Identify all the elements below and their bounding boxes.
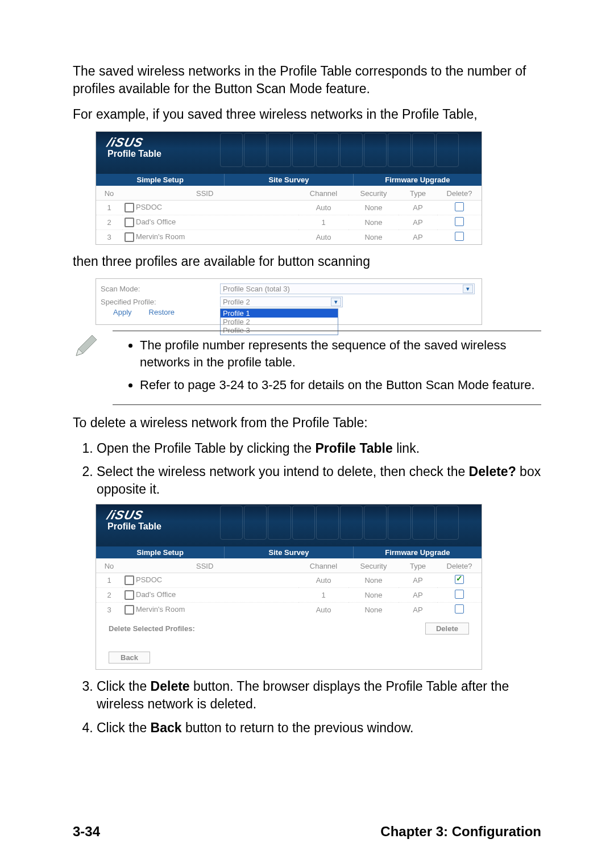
restore-button[interactable]: Restore [149, 308, 175, 316]
profile-table-screenshot-2: /iSUS Profile Table Simple Setup Site Su… [96, 504, 482, 670]
step-4: Click the Back button to return to the p… [97, 719, 541, 737]
col-channel: Channel [298, 558, 349, 573]
tab-site-survey[interactable]: Site Survey [225, 174, 353, 186]
cell-type: AP [399, 230, 437, 245]
cell-ssid: Mervin's Room [136, 605, 185, 614]
col-no: No [96, 186, 122, 201]
table-row[interactable]: 3 Mervin's Room Auto None AP [96, 230, 482, 245]
cell-ssid: Dad's Office [136, 218, 176, 226]
profile-table-screenshot-1: /iSUS Profile Table Simple Setup Site Su… [96, 131, 482, 245]
cell-channel: Auto [298, 603, 349, 617]
cell-channel: Auto [298, 573, 349, 588]
middle-paragraph: then three profiles are available for bu… [73, 253, 541, 270]
cell-type: AP [399, 201, 437, 215]
delete-checkbox[interactable] [455, 217, 464, 226]
cell-channel: Auto [298, 230, 349, 245]
window-title: Profile Table [107, 521, 161, 532]
chevron-down-icon: ▾ [463, 285, 473, 293]
scan-mode-select[interactable]: Profile Scan (total 3) ▾ [220, 283, 475, 294]
col-security: Security [349, 186, 399, 201]
cell-no: 1 [96, 201, 122, 215]
cell-type: AP [399, 588, 437, 603]
delete-checkbox[interactable] [455, 575, 464, 584]
col-no: No [96, 558, 122, 573]
col-ssid: SSID [122, 186, 298, 201]
table-row[interactable]: 2 Dad's Office 1 None AP [96, 215, 482, 230]
specified-profile-select[interactable]: Profile 2 ▾ [220, 297, 343, 307]
step-2: Select the wireless network you intend t… [97, 463, 541, 498]
col-channel: Channel [298, 186, 349, 201]
bookmark-icon [125, 590, 134, 600]
intro-paragraph-2: For example, if you saved three wireless… [73, 106, 541, 123]
delete-checkbox[interactable] [455, 604, 464, 614]
cell-channel: 1 [298, 588, 349, 603]
delete-intro: To delete a wireless network from the Pr… [73, 414, 541, 432]
cell-security: None [349, 215, 399, 230]
brand-logo: /iSUS [106, 508, 164, 523]
cell-no: 3 [96, 603, 122, 617]
cell-security: None [349, 201, 399, 215]
cell-ssid: PSDOC [136, 203, 162, 211]
cell-no: 2 [96, 215, 122, 230]
chevron-down-icon: ▾ [331, 298, 341, 306]
table-row[interactable]: 1 PSDOC Auto None AP [96, 201, 482, 215]
scan-mode-screenshot: Scan Mode: Profile Scan (total 3) ▾ Spec… [96, 278, 482, 325]
tab-simple-setup[interactable]: Simple Setup [96, 546, 225, 558]
delete-checkbox[interactable] [455, 202, 464, 211]
note-item: The profile number represents the sequen… [140, 337, 541, 370]
bookmark-icon [125, 232, 134, 242]
cell-ssid: Dad's Office [136, 590, 176, 599]
cell-security: None [349, 588, 399, 603]
note-pencil-icon [73, 331, 113, 405]
bookmark-icon [125, 575, 134, 585]
col-type: Type [399, 558, 437, 573]
tab-site-survey[interactable]: Site Survey [225, 546, 353, 558]
table-row[interactable]: 3 Mervin's Room Auto None AP [96, 603, 482, 617]
cell-channel: Auto [298, 201, 349, 215]
chapter-title: Chapter 3: Configuration [380, 824, 541, 840]
apply-button[interactable]: Apply [113, 308, 132, 316]
tab-firmware-upgrade[interactable]: Firmware Upgrade [354, 546, 482, 558]
window-title: Profile Table [107, 149, 161, 159]
scan-mode-label: Scan Mode: [101, 285, 214, 293]
back-button[interactable]: Back [109, 652, 150, 663]
cell-security: None [349, 573, 399, 588]
col-type: Type [399, 186, 437, 201]
delete-button[interactable]: Delete [425, 623, 469, 635]
bookmark-icon [125, 218, 134, 227]
step-1: Open the Profile Table by clicking the P… [97, 440, 541, 457]
bookmark-icon [125, 203, 134, 212]
col-ssid: SSID [122, 558, 298, 573]
delete-checkbox[interactable] [455, 232, 464, 241]
delete-checkbox[interactable] [455, 590, 464, 599]
cell-ssid: PSDOC [136, 575, 162, 584]
bookmark-icon [125, 605, 134, 615]
note-item: Refer to page 3-24 to 3-25 for details o… [140, 377, 541, 394]
page-number: 3-34 [73, 824, 100, 840]
cell-no: 2 [96, 588, 122, 603]
col-security: Security [349, 558, 399, 573]
cell-type: AP [399, 215, 437, 230]
cell-type: AP [399, 573, 437, 588]
cell-no: 1 [96, 573, 122, 588]
col-delete: Delete? [437, 558, 482, 573]
specified-profile-label: Specified Profile: [101, 298, 214, 306]
cell-channel: 1 [298, 215, 349, 230]
col-delete: Delete? [437, 186, 482, 201]
tab-firmware-upgrade[interactable]: Firmware Upgrade [354, 174, 482, 186]
tab-simple-setup[interactable]: Simple Setup [96, 174, 225, 186]
brand-logo: /iSUS [106, 135, 164, 150]
cell-security: None [349, 230, 399, 245]
cell-no: 3 [96, 230, 122, 245]
delete-selected-label: Delete Selected Profiles: [109, 624, 195, 633]
table-row[interactable]: 1 PSDOC Auto None AP [96, 573, 482, 588]
intro-paragraph-1: The saved wireless networks in the Profi… [73, 62, 541, 98]
step-3: Click the Delete button. The browser dis… [97, 678, 541, 713]
cell-ssid: Mervin's Room [136, 232, 185, 241]
cell-type: AP [399, 603, 437, 617]
cell-security: None [349, 603, 399, 617]
table-row[interactable]: 2 Dad's Office 1 None AP [96, 588, 482, 603]
